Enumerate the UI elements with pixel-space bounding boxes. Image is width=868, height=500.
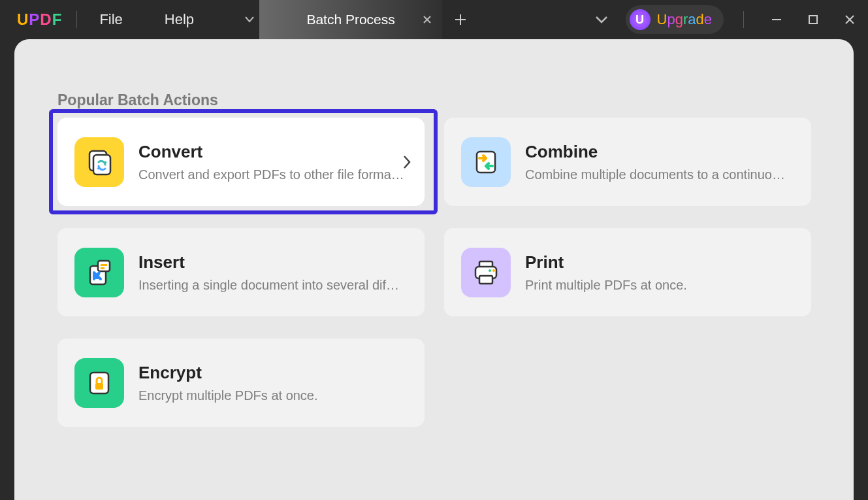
minimize-button[interactable] bbox=[758, 0, 795, 39]
upgrade-label: Upgrade bbox=[657, 11, 712, 28]
svg-rect-7 bbox=[101, 267, 104, 269]
titlebar: UPDF File Help Batch Process U Upgrade bbox=[0, 0, 868, 39]
encrypt-icon bbox=[74, 358, 124, 408]
plus-icon bbox=[455, 14, 466, 25]
menu-help[interactable]: Help bbox=[157, 11, 202, 28]
card-desc: Print multiple PDFs at once. bbox=[525, 278, 794, 293]
tab-batch-process[interactable]: Batch Process bbox=[259, 0, 442, 39]
cards-grid: Convert Convert and export PDFs to other… bbox=[57, 118, 811, 427]
divider bbox=[743, 11, 744, 28]
new-tab-button[interactable] bbox=[442, 0, 479, 39]
maximize-button[interactable] bbox=[795, 0, 831, 39]
svg-rect-2 bbox=[93, 155, 110, 175]
card-insert[interactable]: Insert Inserting a single document into … bbox=[57, 228, 425, 316]
card-desc: Convert and export PDFs to other file fo… bbox=[138, 167, 408, 182]
minimize-icon bbox=[771, 14, 782, 25]
card-desc: Combine multiple documents to a continuo… bbox=[525, 167, 794, 182]
user-avatar-icon: U bbox=[630, 9, 651, 30]
window-controls-cluster: U Upgrade bbox=[587, 0, 868, 39]
close-window-button[interactable] bbox=[831, 0, 868, 39]
card-title: Insert bbox=[138, 252, 408, 273]
card-desc: Inserting a single document into several… bbox=[138, 278, 408, 293]
divider bbox=[76, 11, 77, 28]
svg-rect-14 bbox=[95, 383, 103, 390]
chevron-down-icon bbox=[595, 15, 608, 24]
card-combine[interactable]: Combine Combine multiple documents to a … bbox=[444, 118, 811, 206]
svg-rect-3 bbox=[477, 152, 495, 173]
insert-icon bbox=[74, 248, 124, 297]
menu-file[interactable]: File bbox=[91, 11, 130, 28]
svg-rect-6 bbox=[101, 264, 107, 266]
card-title: Print bbox=[525, 252, 794, 273]
tab-close-button[interactable] bbox=[423, 15, 432, 24]
svg-point-11 bbox=[489, 269, 491, 272]
convert-icon bbox=[74, 137, 124, 187]
close-icon bbox=[844, 14, 855, 25]
card-encrypt[interactable]: Encrypt Encrypt multiple PDFs at once. bbox=[57, 339, 425, 427]
content-panel: Popular Batch Actions Convert Convert an… bbox=[14, 39, 854, 500]
card-convert[interactable]: Convert Convert and export PDFs to other… bbox=[57, 118, 425, 206]
card-title: Convert bbox=[138, 142, 408, 162]
print-icon bbox=[461, 248, 511, 297]
caret-down-icon bbox=[245, 16, 254, 23]
maximize-icon bbox=[808, 14, 818, 25]
chevron-right-icon bbox=[402, 155, 411, 169]
card-title: Combine bbox=[525, 142, 794, 162]
svg-rect-10 bbox=[479, 276, 492, 284]
section-title: Popular Batch Actions bbox=[57, 92, 218, 109]
card-desc: Encrypt multiple PDFs at once. bbox=[138, 388, 408, 403]
tab-list-dropdown[interactable] bbox=[240, 0, 259, 39]
svg-rect-0 bbox=[809, 16, 817, 24]
card-title: Encrypt bbox=[138, 363, 408, 383]
card-print[interactable]: Print Print multiple PDFs at once. bbox=[444, 228, 811, 316]
close-icon bbox=[423, 15, 432, 24]
overflow-button[interactable] bbox=[587, 5, 617, 35]
svg-point-12 bbox=[492, 269, 495, 272]
tab-title: Batch Process bbox=[306, 12, 394, 27]
app-logo: UPDF bbox=[17, 10, 62, 29]
combine-icon bbox=[461, 137, 511, 187]
upgrade-button[interactable]: U Upgrade bbox=[626, 5, 724, 34]
tabs-area: Batch Process bbox=[240, 0, 479, 39]
